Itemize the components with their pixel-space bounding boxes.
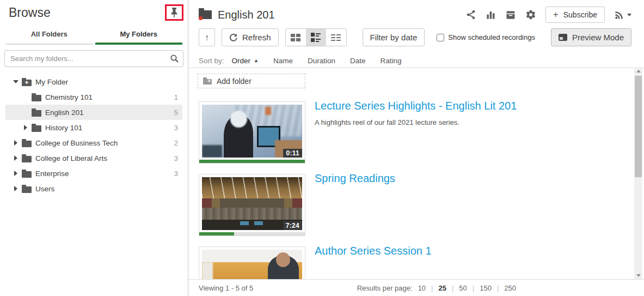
folder-actions: + Subscribe [465, 7, 631, 23]
gear-icon[interactable] [525, 9, 536, 20]
chevron-right-icon[interactable] [12, 171, 20, 176]
scrollbar-thumb[interactable] [635, 76, 642, 177]
tree-item-label: History 101 [45, 124, 82, 132]
video-thumbnail[interactable] [199, 246, 305, 279]
video-title-link[interactable]: Author Series Session 1 [315, 245, 432, 257]
stats-icon[interactable] [486, 10, 496, 20]
browse-sidebar: Browse All Folders My Folders ★ My Folde… [0, 0, 188, 296]
tree-item-chemistry-101[interactable]: Chemistry 101 1 [5, 89, 182, 105]
video-thumbnail[interactable]: 0:11 [199, 101, 305, 164]
thumbnail-image: 7:24 [202, 177, 302, 230]
folder-count: 2 [174, 139, 182, 147]
add-folder-icon [203, 79, 212, 84]
sort-bar: Sort by: Order ▲ Name Duration Date Rati… [188, 46, 644, 68]
tree-item-label: English 201 [45, 108, 84, 117]
sort-by-label: Sort by: [199, 57, 224, 65]
tree-item-label: Enterprise [35, 170, 69, 178]
video-info: Spring Readings [315, 174, 395, 236]
folder-search [4, 50, 183, 67]
rss-dropdown[interactable] [614, 10, 631, 20]
thumbnail-image: 0:11 [202, 105, 302, 158]
video-description: A highlights reel of our fall 2021 lectu… [315, 118, 517, 126]
results-option-150[interactable]: 150 [480, 284, 492, 292]
scrollbar-up-arrow[interactable] [634, 67, 642, 75]
tree-item-label: My Folder [35, 78, 68, 86]
chevron-right-icon[interactable] [12, 140, 20, 146]
show-scheduled-checkbox[interactable] [437, 34, 444, 41]
sort-option-rating[interactable]: Rating [381, 57, 402, 65]
chevron-down-icon[interactable] [12, 80, 20, 83]
preview-mode-button[interactable]: Preview Mode [551, 28, 631, 46]
filter-by-date-button[interactable]: Filter by date [363, 28, 425, 46]
video-list-scroll-area: Add folder 0:11 Lecture Series Highlight… [188, 67, 644, 279]
main-content: English 201 + Subscribe ↑ [188, 0, 644, 296]
details-view-button[interactable] [326, 29, 346, 46]
tree-item-history-101[interactable]: History 101 3 [5, 120, 182, 135]
sort-option-date[interactable]: Date [350, 57, 366, 65]
folder-icon [22, 141, 32, 147]
folder-header: English 201 + Subscribe [188, 0, 644, 26]
sidebar-title: Browse [9, 5, 51, 20]
sort-ascending-icon: ▲ [254, 58, 259, 63]
separator: | [452, 284, 453, 292]
show-scheduled-wrap: Show scheduled recordings [437, 33, 535, 41]
video-title-link[interactable]: Lecture Series Highlights - English Lit … [315, 100, 517, 112]
folder-icon [22, 156, 32, 162]
sort-option-name[interactable]: Name [273, 57, 293, 65]
video-thumbnail[interactable]: 7:24 [199, 174, 305, 236]
chevron-right-icon[interactable] [22, 125, 29, 130]
vertical-scrollbar[interactable] [634, 67, 642, 279]
results-per-page: Results per page: 10 | 25 | 50 | 150 | 2… [357, 284, 516, 292]
video-title-link[interactable]: Spring Readings [315, 172, 395, 185]
tree-item-college-of-liberal-arts[interactable]: College of Liberal Arts 3 [5, 150, 182, 166]
chevron-right-icon[interactable] [12, 186, 20, 191]
refresh-button[interactable]: Refresh [222, 28, 279, 46]
list-view-button[interactable] [306, 29, 326, 46]
pin-annotation-box [165, 4, 183, 21]
sort-option-order[interactable]: Order ▲ [232, 57, 259, 65]
separator: | [431, 284, 433, 292]
sort-option-label: Order [232, 57, 251, 65]
separator: | [473, 284, 474, 292]
chevron-right-icon[interactable] [12, 155, 20, 161]
search-icon[interactable] [170, 54, 179, 63]
search-input[interactable] [4, 50, 183, 67]
sort-option-duration[interactable]: Duration [308, 57, 335, 65]
results-per-page-label: Results per page: [357, 284, 413, 292]
video-info: Lecture Series Highlights - English Lit … [315, 101, 517, 164]
results-option-10[interactable]: 10 [418, 284, 426, 292]
folder-icon [22, 186, 32, 193]
tab-all-folders[interactable]: All Folders [5, 26, 93, 45]
results-option-25[interactable]: 25 [438, 284, 446, 292]
subscribe-button[interactable]: + Subscribe [545, 7, 605, 23]
folder-title-icon [199, 10, 212, 19]
results-option-250[interactable]: 250 [504, 284, 516, 292]
tree-item-my-folder[interactable]: ★ My Folder [5, 74, 182, 89]
up-folder-button[interactable]: ↑ [199, 28, 215, 46]
preview-mode-label: Preview Mode [572, 33, 624, 42]
watch-progress-bar [199, 232, 305, 235]
add-folder-label: Add folder [217, 77, 252, 86]
pin-icon[interactable] [169, 7, 179, 18]
tree-item-enterprise[interactable]: Enterprise 3 [5, 166, 182, 181]
scrollbar-down-arrow[interactable] [634, 271, 642, 279]
grid-view-button[interactable] [286, 29, 306, 46]
tree-item-users[interactable]: Users [5, 181, 182, 196]
add-folder-button[interactable]: Add folder [198, 74, 305, 88]
recording-indicator-dot [199, 16, 203, 20]
tree-item-college-of-business-tech[interactable]: College of Business Tech 2 [5, 135, 182, 150]
duration-badge: 7:24 [283, 221, 302, 230]
chevron-down-icon [627, 14, 631, 16]
video-info: Author Series Session 1 [315, 246, 432, 279]
tab-my-folders[interactable]: My Folders [95, 26, 183, 45]
video-row: Author Series Session 1 [199, 246, 644, 279]
share-icon[interactable] [465, 9, 476, 20]
details-view-icon [331, 34, 341, 41]
separator: | [497, 284, 499, 292]
folder-tree: ★ My Folder Chemistry 101 1 English 201 … [0, 74, 188, 196]
tree-item-english-201[interactable]: English 201 5 [5, 105, 182, 120]
archive-icon[interactable] [505, 10, 516, 20]
folder-icon [32, 125, 41, 132]
results-option-50[interactable]: 50 [459, 284, 467, 292]
show-scheduled-label: Show scheduled recordings [448, 33, 535, 41]
